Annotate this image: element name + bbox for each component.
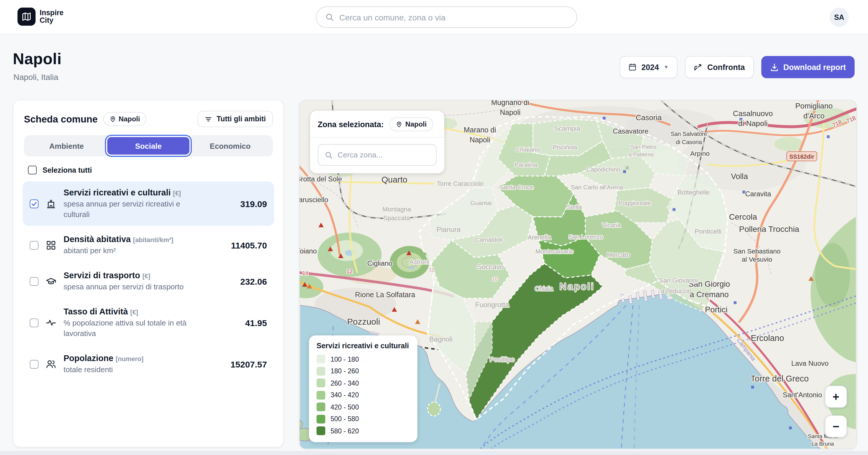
indicator-unit: [€]: [173, 190, 181, 197]
download-icon: [770, 63, 779, 72]
indicator-value: 232.06: [240, 276, 267, 286]
map-place-label: Mugnano di: [491, 100, 529, 107]
map-place-label: San Lorenzo: [569, 233, 603, 240]
map-place-label: Poggioreale: [619, 199, 651, 206]
road-badge: SS162dir: [787, 152, 817, 161]
indicator-row[interactable]: Tasso di Attività [€] % popolazione atti…: [23, 301, 274, 345]
location-badge[interactable]: Napoli: [103, 112, 146, 126]
indicator-value: 319.09: [240, 199, 267, 208]
compare-button[interactable]: Confronta: [685, 56, 754, 78]
select-all-checkbox[interactable]: [28, 166, 37, 174]
map-place-label: Bagnoli: [429, 335, 453, 343]
map-place-label: Torre Caracciolo: [437, 180, 484, 188]
map-place-label: Fuorigrotta: [475, 301, 509, 309]
page-title: Napoli: [13, 50, 62, 68]
map-place-label: d'Arco: [803, 112, 825, 120]
map-place-label: Cigliano: [367, 259, 393, 267]
map-place-label: di Napoli: [738, 119, 768, 127]
search-icon: [325, 151, 333, 159]
zone-search-input[interactable]: Cerca zona...: [318, 144, 437, 166]
map-place-label: San Sebastiano: [733, 247, 780, 255]
map-place-label: Quarto: [381, 175, 407, 184]
legend-swatch: [316, 426, 325, 435]
indicator-unit: [€]: [143, 273, 150, 279]
map-panel: SS162dir ✈ Mugnano diNapoliMarano diNapo…: [299, 100, 857, 449]
map-place-label: Posillipo: [490, 356, 515, 363]
legend-swatch: [316, 391, 325, 399]
indicator-name: Tasso di Attività [€]: [64, 306, 235, 318]
indicator-list: Servizi ricreativi e culturali [€] spesa…: [23, 181, 274, 381]
map-place-label: La Bruna: [811, 441, 834, 447]
indicator-name: Densità abitativa [abitanti/km²]: [64, 234, 221, 246]
legend-item: 100 - 180: [316, 355, 410, 363]
legend-swatch: [316, 415, 325, 423]
zone-search-placeholder: Cerca zona...: [338, 150, 383, 159]
map-place-label: Marusciello: [300, 196, 328, 204]
page-bottom-edge: [0, 451, 868, 455]
indicator-value: 41.95: [245, 318, 267, 328]
indicator-checkbox[interactable]: [30, 277, 38, 286]
map-place-label: Caravita: [745, 190, 771, 198]
indicator-row[interactable]: Popolazione [numero] totale residenti 15…: [23, 347, 274, 381]
map-place-label: Grotta del Sole: [300, 175, 342, 183]
map-place-label: Spaccata: [383, 215, 410, 222]
indicator-row[interactable]: Densità abitativa [abitanti/km²] abitant…: [23, 228, 274, 262]
indicator-row[interactable]: Servizi ricreativi e culturali [€] spesa…: [23, 181, 274, 226]
map-place-label: San Salvatore: [671, 131, 707, 137]
indicator-unit: [numero]: [116, 355, 144, 362]
chevron-down-icon: ▼: [664, 64, 669, 70]
map-place-label: Scampia: [554, 124, 580, 132]
select-all-row[interactable]: Seleziona tutti: [28, 166, 273, 174]
year-select-button[interactable]: 2024 ▼: [620, 56, 678, 78]
zone-overlay-card: Zona selezionata: Napoli Cerca zona...: [310, 111, 444, 173]
tab-sociale[interactable]: Sociale: [107, 137, 189, 154]
indicator-checkbox[interactable]: [30, 240, 38, 249]
avatar[interactable]: SA: [830, 7, 849, 27]
map-place-label: Rione La Solfatara: [355, 290, 415, 298]
scope-filter-button[interactable]: Tutti gli ambiti: [197, 111, 273, 127]
indicator-description: spesa annua per servizi di trasporto: [64, 282, 202, 292]
calendar-icon: [629, 63, 637, 71]
svg-text:SS162dir: SS162dir: [789, 153, 814, 160]
indicator-checkbox[interactable]: [30, 199, 38, 208]
map-place-label: San Carlo all'Arena: [571, 184, 623, 191]
map-place-label: Santa Croce: [500, 184, 533, 191]
zoom-in-button[interactable]: +: [825, 386, 847, 408]
legend-item: 500 - 580: [316, 415, 410, 423]
map-place-label: Napoli: [470, 136, 490, 144]
legend-swatch: [316, 402, 325, 411]
map-place-label: 12: [346, 268, 352, 275]
map-place-label: Sant'Antonio: [783, 391, 822, 399]
legend-item: 340 - 420: [316, 391, 410, 399]
indicator-name: Servizi di trasporto [€]: [64, 270, 230, 282]
indicator-checkbox[interactable]: [30, 318, 38, 327]
selected-zone-badge[interactable]: Napoli: [390, 117, 433, 131]
map-place-label: a Teduccio: [661, 287, 691, 294]
legend-item: 180 - 260: [316, 367, 410, 375]
indicator-row[interactable]: Servizi di trasporto [€] spesa annua per…: [23, 264, 274, 298]
map-place-label: 11: [429, 267, 434, 273]
map-place-label: Pomigliano: [795, 102, 832, 110]
map-place-label: Pollena Trocchia: [739, 225, 800, 234]
tab-ambiente[interactable]: Ambiente: [26, 137, 107, 154]
municipality-panel: Scheda comune Napoli Tutti gli ambiti Am…: [13, 100, 284, 448]
indicator-unit: [abitanti/km²]: [133, 236, 174, 243]
page-subtitle: Napoli, Italia: [13, 72, 58, 82]
map-place-label: Volla: [731, 172, 748, 181]
legend-item: 580 - 620: [316, 426, 410, 435]
select-all-label: Seleziona tutti: [42, 166, 92, 174]
tab-economico[interactable]: Economico: [189, 137, 271, 154]
download-report-button[interactable]: Download report: [761, 56, 855, 78]
zoom-out-button[interactable]: −: [825, 415, 847, 437]
indicator-checkbox[interactable]: [30, 360, 38, 368]
map-pin-icon: [109, 116, 116, 122]
map-place-label: Marano di: [464, 126, 496, 134]
map-place-label: Montecalvario: [535, 248, 573, 255]
search-placeholder: Cerca un comune, zona o via: [339, 12, 445, 22]
global-search-input[interactable]: Cerca un comune, zona o via: [316, 6, 577, 28]
brand[interactable]: Inspire City: [18, 7, 64, 26]
map-place-label: Ponticelli: [694, 227, 721, 235]
indicator-icon: [45, 276, 57, 287]
map-place-label: di Casoria: [676, 139, 702, 145]
legend-title: Servizi ricreativi e culturali: [316, 342, 410, 350]
